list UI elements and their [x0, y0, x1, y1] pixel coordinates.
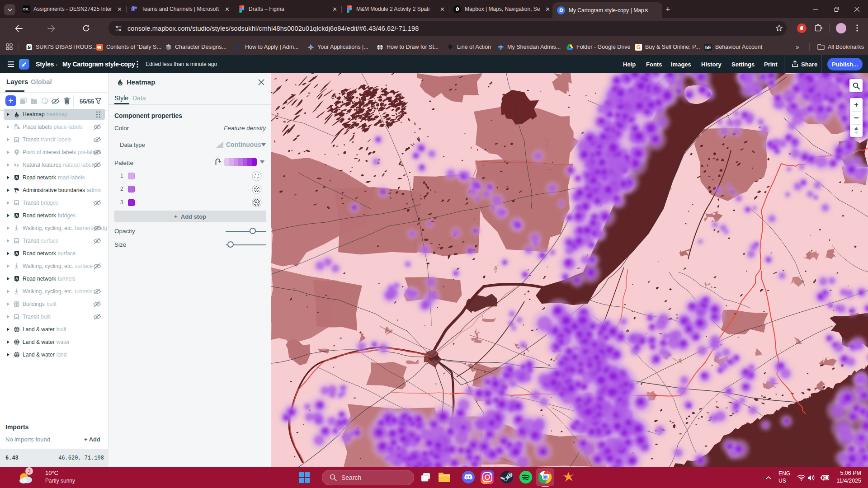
svg-text:bE: bE [705, 44, 711, 50]
svg-text:S: S [237, 44, 241, 51]
svg-text:A: A [15, 213, 18, 218]
svg-text:A: A [15, 251, 18, 256]
svg-text:A: A [15, 277, 18, 281]
svg-text:N: N [28, 45, 31, 50]
svg-text:A: A [15, 175, 18, 180]
svg-text:G: G [637, 44, 641, 51]
